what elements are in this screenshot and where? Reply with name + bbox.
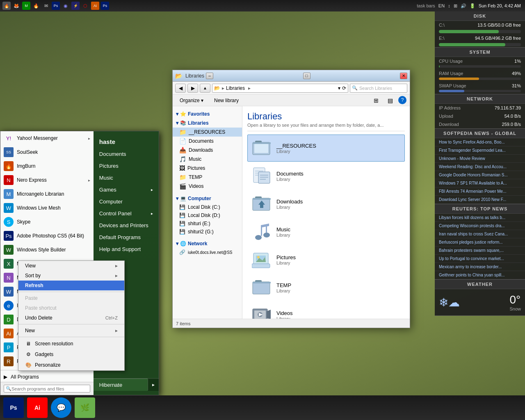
forward-button[interactable]: ▶ [187, 84, 198, 93]
reuters-item-1[interactable]: Libyan forces kill dozens as talks b... [435, 214, 525, 222]
news-item-7[interactable]: FBI Arrests 74 Armenian Power Me... [435, 187, 525, 196]
right-item-help[interactable]: Help and Support [94, 243, 159, 255]
taskbar-icon-7[interactable]: ◉ [62, 2, 70, 10]
address-dropdown[interactable]: ▾ [338, 85, 340, 91]
sidebar-item-temp[interactable]: 📁 TEMP [173, 173, 242, 182]
sidebar-item-e[interactable]: 💾 shituri (E:) [173, 219, 242, 228]
taskbar-icon-8[interactable]: ⚡ [71, 2, 80, 10]
reuters-item-3[interactable]: Iran naval ships to cross Suez Cana... [435, 230, 525, 238]
libraries-header[interactable]: ▾ 📚 Libraries [173, 119, 242, 128]
sidebar-item-g[interactable]: 💾 shituri2 (G:) [173, 228, 242, 236]
taskbars-label[interactable]: task bars [417, 3, 435, 8]
news-item-2[interactable]: First Transgender Supermodel Lea... [435, 146, 525, 155]
context-screen-resolution[interactable]: 🖥 Screen resolution [18, 338, 124, 349]
context-refresh[interactable]: Refresh [18, 281, 124, 290]
app-nero[interactable]: N Nero Express ▸ [0, 173, 94, 187]
reuters-item-6[interactable]: Up to Portugal to convince market... [435, 255, 525, 263]
taskbar-app-torrent[interactable]: 🌿 [75, 397, 95, 418]
taskbar-icon-2[interactable]: 🦊 [12, 2, 21, 10]
context-personalize[interactable]: 🎨 Personalize [18, 360, 124, 370]
reuters-item-5[interactable]: Bahrain protesters swarm square,... [435, 247, 525, 255]
address-bar[interactable]: 📂 ▸ Libraries ▸ ▾ ⟳ [212, 84, 348, 93]
reuters-item-4[interactable]: Berlusconi pledges justice reform... [435, 238, 525, 247]
right-item-games[interactable]: Games ▸ [94, 184, 159, 196]
new-library-button[interactable]: New library [210, 96, 242, 105]
taskbar-icon-10[interactable]: Ai [91, 2, 99, 10]
back-button[interactable]: ◀ [175, 84, 186, 93]
news-item-8[interactable]: Download Lync Server 2010 New F... [435, 196, 525, 204]
sidebar-item-network1[interactable]: 🔗 iuke0t.docs.live.net@SS [173, 248, 242, 256]
close-button[interactable]: ✕ [400, 73, 407, 79]
library-item-music[interactable]: Music Library [247, 218, 405, 245]
right-item-controlpanel[interactable]: Control Panel ▸ [94, 208, 159, 219]
right-item-haste[interactable]: haste [94, 135, 159, 148]
app-yahoo[interactable]: Y! Yahoo! Messenger ▸ [0, 131, 94, 145]
taskbar-icon-9[interactable]: ⬡ [81, 2, 89, 10]
news-item-5[interactable]: Google Doodle Honors Romanian S... [435, 171, 525, 179]
sidebar-item-c[interactable]: 💾 Local Disk (C:) [173, 203, 242, 211]
sidebar-item-music[interactable]: 🎵 Music [173, 155, 242, 164]
view-button[interactable]: ⊞ [370, 96, 382, 105]
address-refresh[interactable]: ⟳ [342, 85, 346, 91]
news-item-3[interactable]: Unknown - Movie Review [435, 155, 525, 163]
hibernate-button[interactable]: Hibernate [94, 379, 148, 391]
app-photoshop[interactable]: Ps Adobe Photoshop CS5 (64 Bit) [0, 229, 94, 243]
library-item-resources[interactable]: __RESOURCES Library [247, 135, 405, 162]
app-livemesh[interactable]: W Windows Live Mesh [0, 201, 94, 215]
search-box[interactable]: 🔍 [4, 385, 90, 393]
right-item-pictures[interactable]: Pictures [94, 160, 159, 172]
library-item-documents[interactable]: Documents Library [247, 162, 405, 189]
taskbar-app-illustrator[interactable]: Ai [27, 397, 48, 418]
context-gadgets[interactable]: ⚙ Gadgets [18, 349, 124, 360]
right-item-documents[interactable]: Documents [94, 148, 159, 160]
context-view[interactable]: View ▸ [18, 261, 124, 271]
up-button[interactable]: ▲ [200, 84, 210, 93]
computer-header[interactable]: ▾ 💻 Computer [173, 194, 242, 203]
app-imgburn[interactable]: 🔥 ImgBurn [0, 159, 94, 173]
context-new[interactable]: New ▸ [18, 326, 124, 336]
sidebar-item-downloads[interactable]: 📥 Downloads [173, 146, 242, 155]
reuters-item-2[interactable]: Competing Wisconsin protests dra... [435, 222, 525, 230]
library-item-temp[interactable]: TEMP Library [247, 274, 405, 301]
right-item-computer[interactable]: Computer [94, 196, 159, 208]
maximize-button[interactable]: □ [303, 73, 310, 79]
organize-button[interactable]: Organize ▾ [176, 96, 207, 105]
network-header[interactable]: ▾ 🌐 Network [173, 239, 242, 248]
news-item-1[interactable]: How to Sync Firefox Add-ons, Boo... [435, 138, 525, 146]
library-item-videos[interactable]: Videos Library [247, 302, 405, 319]
taskbar-icon-4[interactable]: 🔥 [32, 2, 40, 10]
app-soulseek[interactable]: SS SoulSeek [0, 145, 94, 159]
context-sortby[interactable]: Sort by ▸ [18, 271, 124, 281]
sidebar-item-resources[interactable]: 📁 __RESOURCES [173, 128, 242, 137]
right-item-music[interactable]: Music [94, 172, 159, 184]
taskbar-icon-11[interactable]: Ps [101, 2, 109, 10]
news-item-4[interactable]: Weekend Reading: Disc and Accou... [435, 163, 525, 171]
all-programs-item[interactable]: ▶ All Programs [0, 372, 94, 382]
sidebar-item-pictures[interactable]: 🖼 Pictures [173, 164, 242, 173]
taskbar-icon-1[interactable]: 🔥 [2, 2, 11, 10]
right-item-devices[interactable]: Devices and Printers [94, 219, 159, 231]
taskbar-icon-3[interactable]: M [22, 2, 30, 10]
minimize-button[interactable]: – [206, 73, 213, 79]
library-item-downloads[interactable]: Downloads Library [247, 190, 405, 217]
taskbar-icon-6[interactable]: Ps [52, 2, 60, 10]
sidebar-item-videos[interactable]: 🎬 Videos [173, 182, 242, 191]
sidebar-item-documents[interactable]: 📄 Documents [173, 137, 242, 146]
taskbar-app-messenger[interactable]: 💬 [51, 397, 71, 418]
library-item-pictures[interactable]: Pictures Library [247, 246, 405, 273]
search-bar[interactable]: 🔍 Search Libraries [350, 84, 407, 93]
context-undo-delete[interactable]: Undo Delete Ctrl+Z [18, 313, 124, 323]
taskbar-app-photoshop[interactable]: Ps [3, 397, 24, 418]
reuters-item-8[interactable]: Geithner points to China yuan spill... [435, 271, 525, 279]
reuters-item-7[interactable]: Mexican army to increase border... [435, 263, 525, 271]
taskbar-icon-5[interactable]: ✉ [42, 2, 50, 10]
hibernate-arrow-button[interactable]: ▸ [148, 379, 159, 390]
search-input[interactable] [11, 386, 88, 391]
news-item-6[interactable]: Windows 7 SP1 RTM Available to A... [435, 179, 525, 187]
right-item-defaultprog[interactable]: Default Programs [94, 231, 159, 243]
sidebar-item-d[interactable]: 💾 Local Disk (D:) [173, 211, 242, 219]
app-wsb[interactable]: W Windows Style Builder [0, 243, 94, 257]
favorites-header[interactable]: ▾ ⭐ Favorites [173, 110, 242, 119]
app-microangelo[interactable]: M Microangelo Librarian [0, 187, 94, 201]
help-button[interactable]: ? [398, 96, 406, 104]
